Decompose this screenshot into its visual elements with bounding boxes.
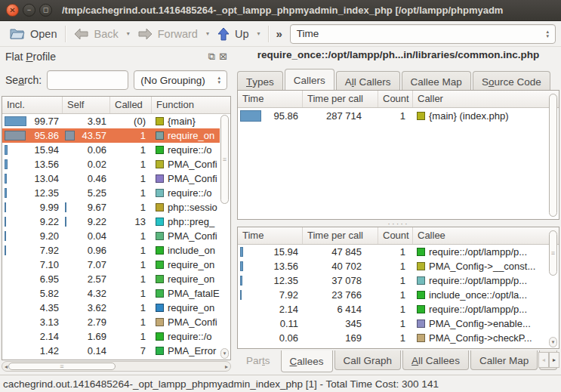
tab-callees[interactable]: Callees [281,350,333,372]
column-header-time-per-call[interactable]: Time per call [303,91,378,107]
function-cell: PMA_Confi [152,315,220,329]
forward-dropdown-icon[interactable]: ▾ [202,30,213,37]
back-dropdown-icon[interactable]: ▾ [123,30,134,37]
called-cell: 13 [110,215,152,229]
tab-all-callers[interactable]: All Callers [336,71,400,91]
scroll-down-button[interactable]: ▾ [220,348,229,359]
column-header-count[interactable]: Count [378,227,413,244]
table-row[interactable]: 2.146 4141require::/opt/lampp/p... [238,302,549,316]
table-row[interactable]: 0.061691PMA_Config->checkP... [238,331,549,345]
incl-cell: 1.40 [2,358,63,360]
column-header-time[interactable]: Time [238,227,303,244]
self-cell: 43.57 [63,128,110,143]
time-cell: 7.92 [238,288,303,302]
callees-rows: 15.9447 8451require::/opt/lampp/p...13.5… [238,245,549,348]
scrollbar-thumb[interactable] [549,94,557,217]
column-header-time-per-call[interactable]: Time per call [303,227,378,244]
titlebar: ✕ − ◻ /tmp/cachegrind.out.1416485264-_op… [0,0,561,21]
table-row[interactable]: 99.773.91(0){main} [2,114,220,128]
column-header-function[interactable]: Function [152,97,230,113]
self-cell: 7.07 [63,258,110,272]
vertical-scrollbar[interactable] [548,92,558,218]
window-close-button[interactable]: ✕ [6,4,19,17]
dock-title: Flat Profile [5,51,56,63]
float-dock-icon[interactable]: ⧉ [208,51,215,63]
scroll-down-button[interactable]: ▾ [549,337,557,347]
function-type-icon [156,131,164,140]
vertical-scrollbar[interactable]: ≡ ▾ [548,229,558,347]
table-row[interactable]: 13.5640 7021PMA_Config->__const... [238,259,549,273]
close-dock-icon[interactable]: ⊠ [219,51,227,63]
column-header-callee[interactable]: Callee [413,227,559,244]
toolbar-overflow-button[interactable]: » [273,27,286,40]
tab-source-code[interactable]: Source Code [473,71,550,91]
column-header-incl[interactable]: Incl. [2,97,63,113]
scrollbar-thumb[interactable]: ≡ [8,363,116,370]
table-row[interactable]: 95.86287 7141{main} (index.php) [238,108,549,124]
table-row[interactable]: 1.420.147PMA_Error [2,344,220,358]
table-row[interactable]: 12.355.251require::/o [2,186,220,200]
top-tab-bar: TypesCallersAll CallersCallee MapSource … [237,68,559,91]
tab-types[interactable]: Types [237,71,283,91]
table-row[interactable]: 95.8643.571require_on [2,128,220,143]
table-row[interactable]: 9.229.2213php::preg_ [2,215,220,229]
function-type-icon [417,305,425,313]
self-cell: 0.46 [63,171,110,186]
tab-scroll-right-icon[interactable]: ▸ [549,352,559,368]
grouping-select[interactable]: (No Grouping) ▴▾ [134,70,227,90]
column-header-self[interactable]: Self [63,97,110,113]
table-row[interactable]: 6.952.571require_on [2,272,220,286]
scrollbar-thumb[interactable]: ≡ [220,115,229,204]
scrollbar-thumb[interactable]: ≡ [549,230,557,276]
column-header-count[interactable]: Count [378,91,413,107]
table-row[interactable]: 9.200.041PMA_Confi [2,229,220,243]
vertical-scrollbar[interactable]: ≡ ▾ [220,98,230,359]
column-header-time[interactable]: Time [238,91,303,107]
table-row[interactable]: 3.132.791PMA_Confi [2,315,220,329]
tab-caller-map[interactable]: Caller Map [470,350,538,370]
function-type-icon [156,174,164,183]
table-row[interactable]: 7.9223 7661include_once::/opt/la... [238,288,549,302]
count-cell: 1 [378,288,413,302]
table-row[interactable]: 12.3537 0781require::/opt/lampp/p... [238,273,549,288]
scroll-right-icon[interactable]: ▸ [223,362,230,371]
called-cell: 1 [110,258,152,272]
table-row[interactable]: 2.141.691require::/o [2,329,220,344]
event-type-select[interactable]: Time ▴▾ [290,24,556,44]
tab-call-graph[interactable]: Call Graph [334,350,402,370]
dock-header: Flat Profile ⧉ ⊠ [0,47,233,66]
column-header-caller[interactable]: Caller [413,91,559,107]
back-button[interactable]: Back [69,26,122,42]
up-button[interactable]: Up [213,25,254,43]
table-row[interactable]: 0.113451PMA_Config->enable... [238,316,549,331]
up-dropdown-icon[interactable]: ▾ [254,30,264,37]
window-minimize-button[interactable]: − [23,4,35,17]
column-header-called[interactable]: Called [110,97,152,113]
toolbar-separator [268,26,269,42]
tab-callers[interactable]: Callers [285,69,334,91]
tab-all-callees[interactable]: All Callees [402,350,469,370]
table-row[interactable]: 4.353.621require_on [2,301,220,315]
search-input[interactable] [47,70,128,90]
time-cell: 12.35 [238,273,303,288]
table-row[interactable]: 0.031031PMA_C [238,345,549,348]
table-row[interactable]: 13.040.461PMA_Confi [2,171,220,186]
table-row[interactable]: 7.107.071require_on [2,258,220,272]
table-row[interactable]: 7.920.961include_on [2,243,220,258]
count-cell: 1 [378,345,413,348]
table-row[interactable]: 13.560.021PMA_Confi [2,157,220,171]
table-row[interactable]: 9.999.671php::sessio [2,200,220,215]
tab-scroll-left-icon[interactable]: ◂ [538,352,549,368]
table-row[interactable]: 15.9447 8451require::/opt/lampp/p... [238,245,549,259]
horizontal-scrollbar[interactable]: ◂ ≡ ▸ [2,361,231,372]
table-row[interactable]: 1.400.025PMA_B [2,358,220,360]
table-row[interactable]: 5.824.321PMA_fatalE [2,286,220,301]
open-button[interactable]: Open [5,25,61,42]
self-cell: 2.79 [63,315,110,329]
tab-callee-map[interactable]: Callee Map [402,71,471,91]
window-maximize-button[interactable]: ◻ [39,4,52,17]
forward-button[interactable]: Forward [134,26,202,42]
table-row[interactable]: 15.940.061require::/o [2,143,220,157]
self-cell: 1.69 [63,329,110,344]
pane-splitter[interactable]: ····· [236,220,561,227]
